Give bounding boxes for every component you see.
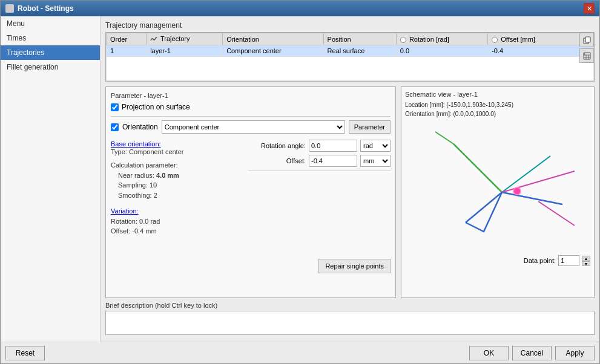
cell-trajectory: layer-1 (147, 45, 223, 57)
variation: Variation: Rotation: 0.0 rad Offset: -0.… (111, 206, 183, 236)
schematic-canvas (405, 120, 590, 253)
orientation-label: Orientation (122, 123, 158, 131)
cell-offset: -0.4 (488, 45, 594, 57)
data-point-spinner: ▲ ▼ (582, 256, 590, 266)
left-params: Base orientation: Type: Component center… (111, 140, 183, 236)
smoothing-row: Smoothing: 2 (111, 190, 183, 201)
variation-rotation: Rotation: 0.0 rad (111, 216, 183, 227)
sidebar: Menu Times Trajectories Fillet generatio… (1, 16, 101, 342)
col-orientation: Orientation (223, 33, 323, 45)
svg-line-13 (435, 132, 453, 144)
cell-rotation: 0.0 (396, 45, 487, 57)
trajectory-table: Order Trajectory Orientation Position Ro… (106, 33, 594, 81)
main-content: Menu Times Trajectories Fillet generatio… (1, 16, 599, 342)
svg-line-10 (502, 156, 550, 192)
table-row[interactable]: 1 layer-1 Component center Real surface … (107, 45, 594, 57)
window-title: Robot - Settings (18, 4, 74, 13)
base-orientation-type: Type: Component center (111, 148, 183, 155)
repair-button[interactable]: Repair single points (318, 259, 391, 273)
trajectory-section: Trajectory management Order Trajectory O… (105, 21, 595, 82)
divider-2 (248, 171, 391, 171)
sidebar-item-fillet[interactable]: Fillet generation (1, 60, 100, 74)
trajectory-table-body: 1 layer-1 Component center Real surface … (107, 45, 594, 81)
projection-label: Projection on surface (122, 103, 190, 111)
offset-row: Offset: mm cm m (248, 155, 391, 167)
base-orientation-link[interactable]: Base orientation: (111, 140, 161, 148)
col-trajectory: Trajectory (147, 33, 223, 45)
data-point-down[interactable]: ▼ (582, 261, 590, 266)
schematic-svg (405, 120, 587, 247)
copy-button[interactable] (579, 33, 594, 47)
near-radius-label: Near radius: (118, 172, 154, 179)
svg-rect-1 (585, 37, 590, 42)
sidebar-item-times[interactable]: Times (1, 31, 100, 45)
rotation-circle-icon (400, 37, 406, 43)
col-order: Order (107, 33, 147, 45)
params-row: Base orientation: Type: Component center… (111, 140, 391, 236)
rotation-angle-input[interactable] (309, 140, 357, 152)
sidebar-item-menu[interactable]: Menu (1, 16, 100, 31)
col-rotation: Rotation [rad] (396, 33, 487, 45)
svg-text:▶: ▶ (584, 53, 586, 55)
ok-button[interactable]: OK (469, 346, 509, 360)
cell-order: 1 (107, 45, 147, 57)
variation-link[interactable]: Variation: (111, 207, 139, 215)
location-text: Location [mm]: (-150.0,1.903e-10,3.245) (405, 102, 590, 108)
apply-button[interactable]: Apply (555, 346, 595, 360)
title-bar-left: Robot - Settings (5, 4, 74, 13)
smoothing-label: Smoothing: (118, 192, 152, 199)
schematic-panel: Schematic view - layer-1 Location [mm]: … (401, 86, 595, 298)
offset-unit-select[interactable]: mm cm m (360, 155, 391, 167)
near-radius-value: 4.0 mm (156, 172, 179, 179)
cell-position: Real surface (323, 45, 396, 57)
param-panel: Parameter - layer-1 Projection on surfac… (105, 86, 396, 298)
table-empty-row (107, 57, 594, 81)
description-section: Brief description (hold Ctrl key to lock… (105, 302, 595, 337)
orientation-checkbox[interactable] (111, 123, 119, 131)
highlight-point (513, 187, 521, 195)
footer-bar: Reset OK Cancel Apply (1, 342, 599, 363)
orientation-text: Orientation [mm]: (0.0,0.0,1000.0) (405, 111, 590, 117)
cell-orientation: Component center (223, 45, 323, 57)
offset-input[interactable] (309, 155, 357, 167)
copy-icon (583, 36, 591, 44)
data-point-row: Data point: ▲ ▼ (405, 255, 590, 266)
trajectory-table-header-row: Order Trajectory Orientation Position Ro… (107, 33, 594, 45)
table-settings-icon: ▶ (583, 52, 591, 60)
trajectory-table-wrapper: Order Trajectory Orientation Position Ro… (105, 32, 595, 82)
orientation-select[interactable]: Component center Fixed Normal (162, 120, 345, 134)
rotation-angle-label: Rotation angle: (248, 142, 306, 149)
parameter-button[interactable]: Parameter (349, 120, 391, 134)
param-panel-title: Parameter - layer-1 (111, 92, 391, 99)
calc-params-label: Calculation parameter: (111, 160, 183, 171)
title-bar: Robot - Settings ✕ (1, 1, 599, 16)
sidebar-item-trajectories[interactable]: Trajectories (1, 45, 100, 60)
main-window: Robot - Settings ✕ Menu Times Trajectori… (0, 0, 600, 364)
description-input[interactable] (105, 311, 595, 335)
smoothing-value: 2 (154, 192, 157, 199)
data-point-label: Data point: (524, 257, 556, 264)
trajectory-table-head: Order Trajectory Orientation Position Ro… (107, 33, 594, 45)
schematic-panel-title: Schematic view - layer-1 (405, 91, 590, 98)
sampling-value: 10 (150, 181, 157, 189)
svg-line-12 (538, 201, 575, 226)
sampling-label: Sampling: (118, 181, 148, 189)
content-area: Trajectory management Order Trajectory O… (101, 16, 599, 342)
calc-params: Calculation parameter: Near radius: 4.0 … (111, 160, 183, 200)
rotation-unit-select[interactable]: rad deg (360, 140, 391, 152)
wave-icon (150, 36, 157, 43)
description-label: Brief description (hold Ctrl key to lock… (105, 302, 595, 309)
variation-offset: Offset: -0.4 mm (111, 226, 183, 236)
data-point-input[interactable] (558, 255, 579, 266)
reset-button[interactable]: Reset (5, 346, 45, 360)
sampling-row: Sampling: 10 (111, 180, 183, 190)
cancel-button[interactable]: Cancel (512, 346, 552, 360)
rotation-angle-row: Rotation angle: rad deg (248, 140, 391, 152)
app-icon (5, 4, 14, 13)
data-point-up[interactable]: ▲ (582, 256, 590, 261)
near-radius-row: Near radius: 4.0 mm (111, 171, 183, 181)
table-settings-button[interactable]: ▶ (579, 48, 594, 63)
orientation-row: Orientation Component center Fixed Norma… (111, 120, 391, 134)
close-button[interactable]: ✕ (584, 3, 595, 14)
projection-checkbox[interactable] (111, 103, 119, 111)
